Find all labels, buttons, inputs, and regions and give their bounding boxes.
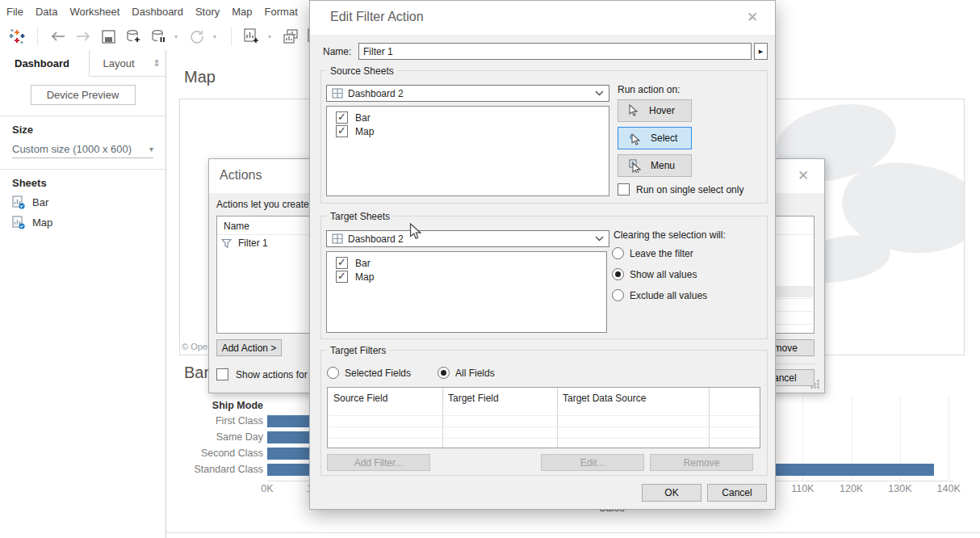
clearing-option-exclude[interactable]: Exclude all values (612, 289, 707, 301)
menu-data[interactable]: Data (36, 6, 57, 18)
run-on-hover-button[interactable]: Hover (618, 99, 692, 122)
x-tick-label: 130K (882, 483, 918, 494)
close-icon[interactable]: ✕ (743, 7, 762, 27)
target-sheets-label: Target Sheets (327, 211, 393, 222)
radio-unselected[interactable] (612, 289, 624, 301)
pause-dropdown-caret-icon[interactable]: ▾ (174, 33, 181, 40)
option-label: All Fields (455, 368, 495, 379)
menu-format[interactable]: Format (265, 6, 298, 18)
forward-arrow-icon[interactable] (74, 27, 92, 46)
name-input[interactable] (358, 43, 752, 60)
checkbox-checked[interactable] (336, 111, 348, 124)
action-row-filter1[interactable]: Filter 1 (221, 237, 268, 249)
remove-filter-button[interactable]: Remove (650, 454, 753, 471)
source-sheet-bar[interactable]: Bar (327, 111, 609, 124)
sheet-item-map[interactable]: Map (12, 216, 153, 229)
checkbox-checked[interactable] (336, 125, 348, 137)
add-action-button[interactable]: Add Action > (216, 339, 282, 356)
row-divider (328, 427, 760, 427)
toolbar-separator (37, 27, 38, 46)
refresh-icon[interactable] (188, 27, 206, 46)
run-on-menu-button[interactable]: Menu (618, 154, 692, 177)
target-sheet-bar[interactable]: Bar (327, 256, 606, 270)
menu-file[interactable]: File (6, 6, 23, 18)
sheet-item-bar[interactable]: Bar (12, 195, 153, 209)
radio-selected[interactable] (438, 367, 450, 379)
single-select-row[interactable]: Run on single select only (618, 183, 743, 195)
close-icon[interactable]: ✕ (794, 166, 813, 185)
target-sheets-dropdown[interactable]: Dashboard 2 (326, 230, 609, 247)
single-select-checkbox[interactable] (618, 183, 630, 195)
size-dropdown[interactable]: Custom size (1000 x 600) ▾ (12, 143, 153, 158)
size-value: Custom size (1000 x 600) (12, 143, 149, 155)
cancel-button[interactable]: Cancel (707, 484, 767, 502)
target-filters-group: Target Filters Selected Fields All Field… (320, 350, 768, 476)
source-sheets-list[interactable]: Bar Map (326, 106, 609, 196)
target-filters-label: Target Filters (327, 345, 389, 356)
clearing-option-show-all[interactable]: Show all values (612, 268, 697, 280)
column-header-target-field: Target Field (448, 393, 499, 404)
toolbar-separator (231, 27, 232, 46)
menu-dashboard[interactable]: Dashboard (132, 6, 183, 18)
category-label: Standard Class (166, 464, 263, 475)
duplicate-sheet-icon[interactable] (282, 27, 299, 46)
tab-dashboard[interactable]: Dashboard (0, 50, 89, 77)
target-filters-table[interactable]: Source Field Target Field Target Data So… (327, 387, 760, 448)
pane-tabs: Dashboard Layout ⇕ (0, 50, 165, 77)
tableau-logo-icon[interactable] (8, 27, 26, 46)
add-data-source-icon[interactable] (124, 27, 142, 46)
category-label: First Class (166, 415, 263, 427)
collapse-pane-icon[interactable]: ⇕ (148, 50, 165, 77)
name-menu-arrow-icon[interactable]: ▶ (754, 43, 768, 60)
checkbox-checked[interactable] (336, 257, 348, 269)
radio-unselected[interactable] (327, 367, 339, 379)
edit-filter-button[interactable]: Edit... (541, 454, 644, 471)
refresh-dropdown-caret-icon[interactable]: ▾ (213, 33, 220, 40)
show-actions-checkbox[interactable] (216, 368, 228, 380)
menu-story[interactable]: Story (195, 6, 220, 18)
column-header-name: Name (224, 221, 249, 232)
add-filter-button[interactable]: Add Filter... (327, 454, 430, 471)
all-fields-option[interactable]: All Fields (438, 367, 495, 379)
target-sheet-map[interactable]: Map (327, 270, 606, 284)
ok-button[interactable]: OK (642, 484, 701, 502)
device-preview-button[interactable]: Device Preview (31, 85, 136, 105)
source-sheet-map[interactable]: Map (327, 124, 609, 138)
back-arrow-icon[interactable] (49, 27, 67, 46)
source-sheets-label: Source Sheets (327, 65, 397, 77)
sheet-label: Bar (355, 258, 371, 269)
dashboard-pane: Dashboard Layout ⇕ Device Preview Size C… (0, 50, 166, 538)
radio-unselected[interactable] (612, 247, 624, 259)
single-select-label: Run on single select only (636, 184, 743, 195)
option-label: Show all values (630, 269, 697, 280)
source-sheets-group: Source Sheets Dashboard 2 Bar Map Run ac… (320, 70, 768, 204)
new-sheet-dropdown-caret-icon[interactable]: ▾ (268, 33, 274, 40)
run-on-select-button[interactable]: Select (618, 127, 692, 149)
checkbox-checked[interactable] (336, 271, 348, 283)
actions-dialog-title: Actions (220, 168, 262, 183)
select-label: Select (651, 132, 677, 144)
menu-worksheet[interactable]: Worksheet (69, 6, 119, 18)
tab-layout[interactable]: Layout (89, 50, 148, 77)
column-header-target-data-source: Target Data Source (563, 393, 646, 404)
menu-map[interactable]: Map (232, 6, 252, 18)
pause-auto-updates-icon[interactable] (149, 27, 167, 46)
new-worksheet-icon[interactable] (243, 27, 261, 46)
resize-grip-icon[interactable] (810, 379, 820, 389)
radio-selected[interactable] (612, 268, 624, 280)
sheet-item-label: Map (32, 216, 52, 229)
edit-dialog-titlebar[interactable]: Edit Filter Action ✕ (310, 1, 775, 35)
chevron-down-icon (595, 236, 604, 242)
source-sheets-dropdown[interactable]: Dashboard 2 (326, 85, 609, 102)
category-label: Same Day (166, 431, 263, 443)
x-tick-label: 110K (785, 483, 820, 494)
sheet-label: Bar (355, 112, 371, 124)
save-icon[interactable] (99, 27, 117, 46)
sheet-item-label: Bar (32, 196, 48, 208)
cursor-select-icon (629, 132, 641, 145)
clearing-option-leave[interactable]: Leave the filter (612, 247, 693, 259)
chevron-down-icon (595, 90, 604, 96)
target-sheets-group: Target Sheets Dashboard 2 Bar Map Cleari… (320, 216, 768, 339)
selected-fields-option[interactable]: Selected Fields (327, 367, 411, 379)
target-sheets-list[interactable]: Bar Map (326, 251, 607, 333)
